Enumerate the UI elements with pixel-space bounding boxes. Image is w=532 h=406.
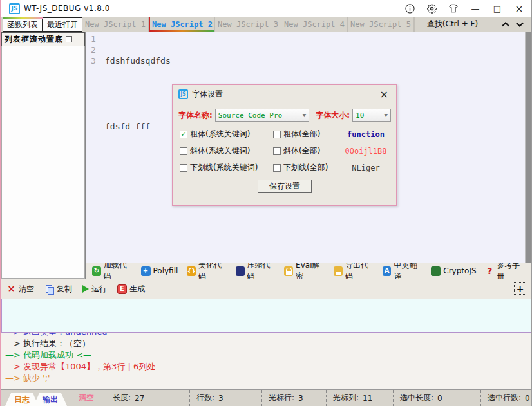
checkbox-icon[interactable]	[273, 147, 281, 155]
checkbox-icon[interactable]	[180, 164, 187, 172]
floppy-disk-icon	[334, 266, 343, 276]
tabbar: 函数列表 最近打开 New JScript 1 New JScript 2 Ne…	[1, 17, 531, 32]
plus-icon: +	[141, 266, 151, 276]
status-cursor-col: 光标列: 11	[326, 390, 393, 406]
tab-new-jscript-2[interactable]: New JScript 2	[149, 17, 215, 32]
copy-button[interactable]: 复制	[44, 284, 72, 295]
window-title: WT-JS_DEBUG v1.8.0	[24, 4, 110, 13]
checkbox-icon[interactable]	[273, 164, 281, 172]
reload-icon: ↻	[92, 266, 101, 276]
font-name-dropdown[interactable]: Source Code Pro ▼	[215, 109, 309, 122]
settings-gear-icon[interactable]	[422, 1, 441, 15]
app-window: JS WT-JS_DEBUG v1.8.0 — □ × 函数列表 最近打开 Ne…	[0, 0, 532, 406]
line-number: 3	[91, 55, 105, 66]
maximize-button[interactable]: □	[488, 1, 507, 15]
titlebar: JS WT-JS_DEBUG v1.8.0 — □ ×	[1, 0, 531, 17]
statusbar-tab-log[interactable]: 日志	[5, 393, 39, 406]
tab-new-jscript-5[interactable]: New JScript 5	[348, 17, 414, 32]
scroll-bottom-checkbox[interactable]	[66, 36, 72, 42]
tab-new-jscript-4[interactable]: New JScript 4	[281, 17, 348, 32]
generate-e-icon: E	[117, 284, 127, 294]
checkbox-icon[interactable]: ✓	[180, 131, 187, 138]
console-line: —> 代码加载成功 <—	[5, 349, 531, 361]
generate-button[interactable]: E 生成	[117, 284, 145, 295]
line-number-gutter: 1 2 3	[86, 32, 105, 263]
braces-icon: {}	[187, 266, 196, 276]
checkbox-italic-keywords[interactable]: 斜体(系统关键词)	[180, 145, 273, 156]
find-button[interactable]: 查找(Ctrl + F)	[414, 17, 490, 32]
font-name-label: 字体名称:	[178, 110, 213, 121]
checkbox-underline-keywords[interactable]: 下划线(系统关键词)	[180, 162, 273, 173]
add-panel-button[interactable]: +	[514, 282, 526, 295]
cryptojs-icon	[431, 266, 441, 276]
font-size-dropdown[interactable]: 10 ▼	[352, 109, 391, 122]
tab-recent-files[interactable]: 最近打开	[43, 17, 82, 32]
checkbox-icon[interactable]	[180, 147, 187, 155]
checkbox-italic-all[interactable]: 斜体(全部)	[273, 145, 341, 156]
app-logo-icon: JS	[9, 3, 20, 14]
editor-scrollbar[interactable]	[525, 32, 531, 263]
font-preview-nliger: NLiger	[341, 163, 391, 172]
polyfill-button[interactable]: + Polyfill	[141, 266, 178, 276]
tab-new-jscript-3[interactable]: New JScript 3	[215, 17, 281, 32]
info-icon[interactable]	[400, 1, 419, 15]
line-number: 2	[91, 44, 105, 55]
copy-icon	[44, 284, 54, 294]
sidebar-scroll-bottom-option[interactable]: 列表框滚动置底	[1, 32, 85, 46]
package-icon	[236, 266, 245, 276]
minimize-button[interactable]: —	[466, 1, 485, 15]
status-line-count: 行数: 3	[189, 390, 261, 406]
statusbar-tab-output[interactable]: 输出	[33, 393, 67, 406]
font-preview-chars: 0Ooijl1B8	[341, 147, 391, 156]
close-button[interactable]: ×	[509, 1, 529, 15]
checkbox-bold-all[interactable]: 粗体(全部)	[273, 129, 341, 140]
console-line: —> 发现异常【1004】，第3行 | 6列处	[5, 361, 531, 373]
dialog-titlebar: JS 字体设置 ×	[173, 85, 396, 104]
sidebar-header-label: 列表框滚动置底	[5, 34, 63, 45]
status-length: 长度: 27	[106, 390, 189, 406]
dialog-title: 字体设置	[192, 89, 223, 100]
dropdown-arrow-icon: ▼	[303, 112, 306, 118]
chevron-up-icon[interactable]	[502, 22, 509, 27]
console-line: —> 返回类型：undefined	[5, 333, 531, 338]
dialog-close-button[interactable]: ×	[377, 88, 391, 100]
question-mark-icon: ?	[486, 266, 495, 276]
translate-icon: A	[383, 266, 392, 276]
statusbar: 日志 输出 清空 长度: 27 行数: 3 光标行: 3 光标列: 11 选中长…	[1, 389, 531, 406]
expression-input[interactable]	[1, 299, 531, 333]
font-preview-function: function	[341, 130, 391, 139]
code-line: fdshfudsqdfds	[105, 55, 531, 66]
sidebar: 列表框滚动置底	[1, 32, 85, 279]
toolbar-run: × 清空 复制 运行 E 生成 +	[1, 279, 531, 299]
font-size-label: 字体大小:	[316, 110, 350, 121]
status-cursor-row: 光标行: 3	[261, 390, 326, 406]
toolbar-main: ↻ 加载代码 + Polyfill {} 美化代码 压缩代码 Eval解	[86, 263, 531, 279]
checkbox-icon[interactable]	[273, 131, 281, 138]
cryptojs-button[interactable]: CryptoJS	[431, 266, 476, 276]
dropdown-arrow-icon: ▼	[385, 112, 388, 118]
font-settings-dialog: JS 字体设置 × 字体名称: Source Code Pro ▼ 字体大小: …	[172, 84, 397, 206]
clear-button[interactable]: × 清空	[6, 284, 34, 295]
chevron-down-icon[interactable]	[516, 22, 524, 27]
lock-icon	[284, 266, 293, 276]
dialog-logo-icon: JS	[178, 89, 188, 99]
tab-function-list[interactable]: 函数列表	[3, 17, 43, 32]
line-number: 1	[91, 33, 105, 44]
function-list-panel[interactable]	[1, 46, 85, 279]
theme-skin-icon[interactable]	[444, 1, 463, 15]
run-button[interactable]: 运行	[82, 284, 107, 295]
tab-new-jscript-1[interactable]: New JScript 1	[82, 17, 149, 32]
play-icon	[82, 285, 89, 293]
checkbox-bold-keywords[interactable]: ✓ 粗体(系统关键词)	[180, 129, 273, 140]
console-line: —> 执行结果：（空）	[5, 338, 531, 349]
statusbar-clear-button[interactable]: 清空	[62, 390, 106, 406]
checkbox-underline-all[interactable]: 下划线(全部)	[273, 162, 341, 173]
status-selection-length: 选中长度: 0	[393, 390, 480, 406]
status-selection-rows: 选中行数: 0	[480, 390, 531, 406]
red-x-icon: ×	[6, 284, 16, 294]
save-settings-button[interactable]: 保存设置	[258, 180, 312, 193]
console-line: —> 缺少 ';'	[5, 373, 531, 384]
console-output[interactable]: —> 返回类型：undefined —> 执行结果：（空） —> 代码加载成功 …	[1, 333, 531, 389]
